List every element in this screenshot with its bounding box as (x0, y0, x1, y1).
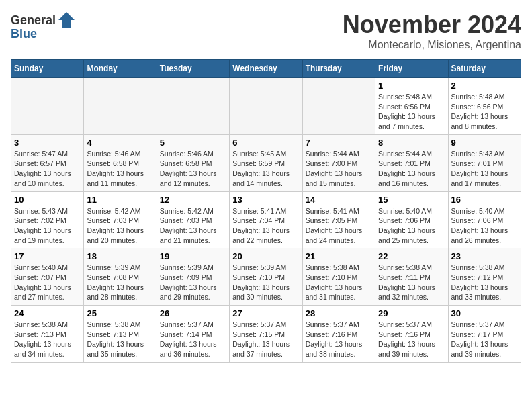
day-cell: 6Sunrise: 5:45 AM Sunset: 6:59 PM Daylig… (230, 134, 302, 191)
day-number: 4 (87, 138, 153, 148)
day-number: 23 (451, 251, 518, 261)
day-cell: 15Sunrise: 5:40 AM Sunset: 7:06 PM Dayli… (375, 191, 448, 248)
day-info: Sunrise: 5:38 AM Sunset: 7:12 PM Dayligh… (451, 263, 518, 302)
day-cell: 1Sunrise: 5:48 AM Sunset: 6:56 PM Daylig… (375, 78, 448, 135)
day-cell: 25Sunrise: 5:38 AM Sunset: 7:13 PM Dayli… (84, 306, 157, 363)
day-info: Sunrise: 5:38 AM Sunset: 7:13 PM Dayligh… (14, 320, 81, 359)
day-cell: 7Sunrise: 5:44 AM Sunset: 7:00 PM Daylig… (302, 134, 375, 191)
day-cell: 20Sunrise: 5:39 AM Sunset: 7:10 PM Dayli… (230, 248, 302, 306)
day-number: 18 (87, 251, 153, 261)
location-subtitle: Montecarlo, Misiones, Argentina (343, 39, 521, 51)
header-friday: Friday (375, 60, 448, 78)
header-tuesday: Tuesday (157, 60, 229, 78)
day-number: 28 (306, 308, 372, 318)
day-cell: 13Sunrise: 5:41 AM Sunset: 7:04 PM Dayli… (230, 191, 302, 248)
week-row-2: 3Sunrise: 5:47 AM Sunset: 6:57 PM Daylig… (11, 134, 521, 191)
day-info: Sunrise: 5:41 AM Sunset: 7:04 PM Dayligh… (232, 206, 299, 246)
header-monday: Monday (84, 60, 157, 78)
day-info: Sunrise: 5:46 AM Sunset: 6:58 PM Dayligh… (160, 149, 226, 189)
day-number: 30 (451, 308, 518, 318)
day-info: Sunrise: 5:42 AM Sunset: 7:03 PM Dayligh… (160, 206, 226, 246)
day-cell: 11Sunrise: 5:42 AM Sunset: 7:03 PM Dayli… (84, 191, 157, 248)
day-cell: 24Sunrise: 5:38 AM Sunset: 7:13 PM Dayli… (11, 306, 84, 363)
day-cell (157, 78, 229, 135)
day-cell: 22Sunrise: 5:38 AM Sunset: 7:11 PM Dayli… (375, 248, 448, 306)
day-info: Sunrise: 5:37 AM Sunset: 7:15 PM Dayligh… (232, 320, 299, 359)
day-info: Sunrise: 5:48 AM Sunset: 6:56 PM Dayligh… (451, 92, 518, 132)
day-number: 3 (14, 138, 81, 148)
month-title: November 2024 (343, 11, 521, 39)
day-cell: 27Sunrise: 5:37 AM Sunset: 7:15 PM Dayli… (230, 306, 302, 363)
day-number: 6 (232, 138, 299, 148)
day-number: 17 (14, 251, 81, 261)
day-cell (11, 78, 84, 135)
day-number: 20 (232, 251, 299, 261)
day-info: Sunrise: 5:44 AM Sunset: 7:00 PM Dayligh… (306, 149, 372, 189)
day-cell: 28Sunrise: 5:37 AM Sunset: 7:16 PM Dayli… (302, 306, 375, 363)
day-cell: 30Sunrise: 5:37 AM Sunset: 7:17 PM Dayli… (448, 306, 521, 363)
day-cell: 2Sunrise: 5:48 AM Sunset: 6:56 PM Daylig… (448, 78, 521, 135)
day-number: 2 (451, 81, 518, 91)
day-number: 8 (378, 138, 445, 148)
day-cell (230, 78, 302, 135)
day-cell: 3Sunrise: 5:47 AM Sunset: 6:57 PM Daylig… (11, 134, 84, 191)
day-number: 21 (306, 251, 372, 261)
logo-text-blue: Blue (11, 27, 37, 41)
day-cell: 5Sunrise: 5:46 AM Sunset: 6:58 PM Daylig… (157, 134, 229, 191)
day-info: Sunrise: 5:47 AM Sunset: 6:57 PM Dayligh… (14, 149, 81, 189)
day-cell: 8Sunrise: 5:44 AM Sunset: 7:01 PM Daylig… (375, 134, 448, 191)
day-number: 1 (378, 81, 445, 91)
day-number: 11 (87, 195, 153, 205)
day-cell: 4Sunrise: 5:46 AM Sunset: 6:58 PM Daylig… (84, 134, 157, 191)
day-info: Sunrise: 5:40 AM Sunset: 7:06 PM Dayligh… (451, 206, 518, 246)
day-info: Sunrise: 5:44 AM Sunset: 7:01 PM Dayligh… (378, 149, 445, 189)
day-info: Sunrise: 5:39 AM Sunset: 7:10 PM Dayligh… (232, 263, 299, 302)
day-info: Sunrise: 5:43 AM Sunset: 7:02 PM Dayligh… (14, 206, 81, 246)
page-header: General Blue November 2024 Montecarlo, M… (11, 11, 521, 51)
day-cell: 12Sunrise: 5:42 AM Sunset: 7:03 PM Dayli… (157, 191, 229, 248)
title-area: November 2024 Montecarlo, Misiones, Arge… (343, 11, 521, 51)
day-info: Sunrise: 5:37 AM Sunset: 7:14 PM Dayligh… (160, 320, 226, 359)
header-sunday: Sunday (11, 60, 84, 78)
day-number: 10 (14, 195, 81, 205)
day-cell (302, 78, 375, 135)
day-info: Sunrise: 5:37 AM Sunset: 7:16 PM Dayligh… (306, 320, 372, 359)
day-number: 19 (160, 251, 226, 261)
day-number: 25 (87, 308, 153, 318)
day-info: Sunrise: 5:39 AM Sunset: 7:08 PM Dayligh… (87, 263, 153, 302)
day-info: Sunrise: 5:46 AM Sunset: 6:58 PM Dayligh… (87, 149, 153, 189)
week-row-4: 17Sunrise: 5:40 AM Sunset: 7:07 PM Dayli… (11, 248, 521, 306)
header-thursday: Thursday (302, 60, 375, 78)
week-row-3: 10Sunrise: 5:43 AM Sunset: 7:02 PM Dayli… (11, 191, 521, 248)
header-saturday: Saturday (448, 60, 521, 78)
header-wednesday: Wednesday (230, 60, 302, 78)
day-number: 15 (378, 195, 445, 205)
day-info: Sunrise: 5:37 AM Sunset: 7:17 PM Dayligh… (451, 320, 518, 359)
day-info: Sunrise: 5:40 AM Sunset: 7:07 PM Dayligh… (14, 263, 81, 302)
week-row-1: 1Sunrise: 5:48 AM Sunset: 6:56 PM Daylig… (11, 78, 521, 135)
day-cell: 19Sunrise: 5:39 AM Sunset: 7:09 PM Dayli… (157, 248, 229, 306)
day-number: 9 (451, 138, 518, 148)
day-cell: 18Sunrise: 5:39 AM Sunset: 7:08 PM Dayli… (84, 248, 157, 306)
day-number: 27 (232, 308, 299, 318)
svg-marker-0 (58, 12, 75, 28)
day-cell: 16Sunrise: 5:40 AM Sunset: 7:06 PM Dayli… (448, 191, 521, 248)
day-cell: 17Sunrise: 5:40 AM Sunset: 7:07 PM Dayli… (11, 248, 84, 306)
day-number: 12 (160, 195, 226, 205)
day-info: Sunrise: 5:40 AM Sunset: 7:06 PM Dayligh… (378, 206, 445, 246)
day-info: Sunrise: 5:38 AM Sunset: 7:11 PM Dayligh… (378, 263, 445, 302)
day-number: 16 (451, 195, 518, 205)
day-cell (84, 78, 157, 135)
day-number: 22 (378, 251, 445, 261)
day-number: 13 (232, 195, 299, 205)
calendar-table: Sunday Monday Tuesday Wednesday Thursday… (11, 59, 521, 363)
logo: General Blue (11, 11, 76, 41)
logo-icon (57, 11, 76, 30)
day-cell: 21Sunrise: 5:38 AM Sunset: 7:10 PM Dayli… (302, 248, 375, 306)
day-number: 5 (160, 138, 226, 148)
week-row-5: 24Sunrise: 5:38 AM Sunset: 7:13 PM Dayli… (11, 306, 521, 363)
day-info: Sunrise: 5:41 AM Sunset: 7:05 PM Dayligh… (306, 206, 372, 246)
day-cell: 14Sunrise: 5:41 AM Sunset: 7:05 PM Dayli… (302, 191, 375, 248)
day-number: 14 (306, 195, 372, 205)
day-number: 7 (306, 138, 372, 148)
